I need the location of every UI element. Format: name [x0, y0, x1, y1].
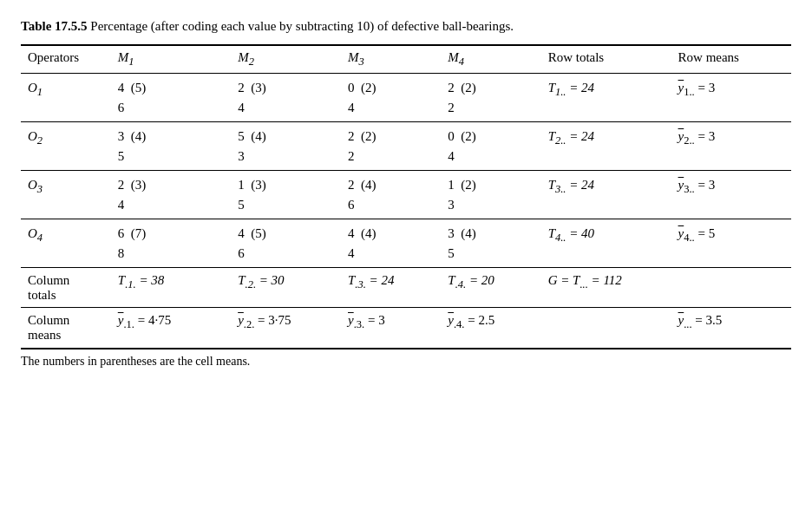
- cell-o3-total: T3.. = 24: [541, 171, 671, 219]
- operator-o1: O1: [21, 74, 111, 122]
- table-row: O2 3 (4)5 5 (4)3 2 (2)2 0 (2)4 T2.. = 24…: [21, 122, 791, 171]
- header-row-means: Row means: [671, 45, 791, 74]
- table-row: O4 6 (7)8 4 (5)6 4 (4)4 3 (4)5 T4.. = 40…: [21, 219, 791, 268]
- header-operators: Operators: [21, 45, 111, 74]
- cell-o1-m4: 2 (2)2: [441, 74, 540, 122]
- header-m4: M4: [441, 45, 540, 74]
- column-totals-row: Columntotals T.1. = 38 T.2. = 30 T.3. = …: [21, 268, 791, 308]
- table-title-text: Percentage (after coding each value by s…: [90, 19, 514, 33]
- caption: Table 17.5.5 Percentage (after coding ea…: [21, 17, 791, 36]
- cell-o4-m2: 4 (5)6: [231, 219, 341, 268]
- cell-o3-m3: 2 (4)6: [341, 171, 441, 219]
- table-title-bold: Table 17.5.5: [21, 19, 88, 33]
- cell-o4-m4: 3 (4)5: [441, 219, 540, 268]
- column-totals-label: Columntotals: [21, 268, 111, 308]
- cell-o4-m3: 4 (4)4: [341, 219, 441, 268]
- cell-o1-m1: 4 (5)6: [111, 74, 231, 122]
- operator-o4: O4: [21, 219, 111, 268]
- cell-o4-total: T4.. = 40: [541, 219, 671, 268]
- operator-o3: O3: [21, 171, 111, 219]
- cell-o3-m2: 1 (3)5: [231, 171, 341, 219]
- col-mean-m4: y.4. = 2.5: [441, 308, 540, 349]
- cell-o2-m3: 2 (2)2: [341, 122, 441, 171]
- col-mean-empty: [541, 308, 671, 349]
- cell-o1-mean: y1.. = 3: [671, 74, 791, 122]
- col-total-m4: T.4. = 20: [441, 268, 540, 308]
- cell-o4-m1: 6 (7)8: [111, 219, 231, 268]
- cell-o2-m2: 5 (4)3: [231, 122, 341, 171]
- header-m2: M2: [231, 45, 341, 74]
- cell-o1-m3: 0 (2)4: [341, 74, 441, 122]
- col-total-m2: T.2. = 30: [231, 268, 341, 308]
- data-table: Operators M1 M2 M3 M4 Row totals Row mea…: [21, 44, 791, 349]
- grand-total: G = T... = 112: [541, 268, 791, 308]
- col-total-m3: T.3. = 24: [341, 268, 441, 308]
- col-mean-m3: y.3. = 3: [341, 308, 441, 349]
- header-row-totals: Row totals: [541, 45, 671, 74]
- cell-o2-m1: 3 (4)5: [111, 122, 231, 171]
- col-total-m1: T.1. = 38: [111, 268, 231, 308]
- cell-o3-mean: y3.. = 3: [671, 171, 791, 219]
- footnote: The numbers in parentheses are the cell …: [21, 355, 791, 369]
- cell-o3-m4: 1 (2)3: [441, 171, 540, 219]
- cell-o4-mean: y4.. = 5: [671, 219, 791, 268]
- cell-o2-m4: 0 (2)4: [441, 122, 540, 171]
- col-mean-m1: y.1. = 4·75: [111, 308, 231, 349]
- cell-o3-m1: 2 (3)4: [111, 171, 231, 219]
- grand-mean: y... = 3.5: [671, 308, 791, 349]
- col-mean-m2: y.2. = 3·75: [231, 308, 341, 349]
- cell-o2-total: T2.. = 24: [541, 122, 671, 171]
- cell-o1-m2: 2 (3)4: [231, 74, 341, 122]
- cell-o1-total: T1.. = 24: [541, 74, 671, 122]
- column-means-label: Columnmeans: [21, 308, 111, 349]
- column-means-row: Columnmeans y.1. = 4·75 y.2. = 3·75 y.3.…: [21, 308, 791, 349]
- table-row: O3 2 (3)4 1 (3)5 2 (4)6 1 (2)3 T3.. = 24…: [21, 171, 791, 219]
- table-row: O1 4 (5)6 2 (3)4 0 (2)4 2 (2)2 T1.. = 24…: [21, 74, 791, 122]
- header-m3: M3: [341, 45, 441, 74]
- operator-o2: O2: [21, 122, 111, 171]
- cell-o2-mean: y2.. = 3: [671, 122, 791, 171]
- header-m1: M1: [111, 45, 231, 74]
